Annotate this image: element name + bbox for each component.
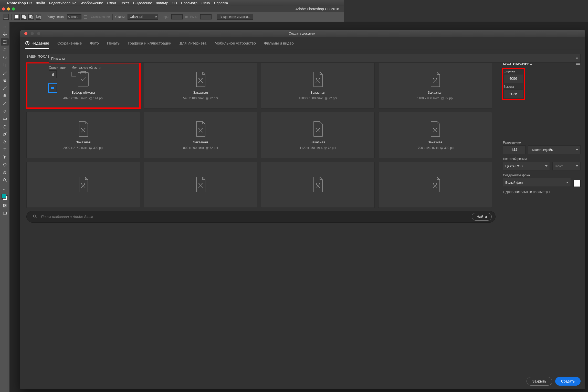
selection-add-icon[interactable] xyxy=(21,14,27,20)
app-titlebar: Adobe Photoshop CC 2018 xyxy=(0,6,344,12)
eraser-tool-icon[interactable] xyxy=(1,107,9,115)
quick-select-tool-icon[interactable] xyxy=(1,54,9,61)
preset-title: Буфер обмена xyxy=(71,91,95,94)
svg-point-20 xyxy=(316,78,317,79)
svg-point-40 xyxy=(34,215,36,217)
feather-input[interactable] xyxy=(67,14,81,19)
preset-subtitle: 1300 x 1000 пикс. @ 72 ppi xyxy=(299,96,337,100)
tab-recent[interactable]: Недавние xyxy=(25,37,49,49)
antialias-label: Сглаживание xyxy=(91,15,110,19)
type-tool-icon[interactable] xyxy=(1,146,9,153)
menu-select[interactable]: Выделение xyxy=(133,1,152,5)
width-input xyxy=(171,14,183,19)
selection-new-icon[interactable] xyxy=(14,14,20,20)
selection-subtract-icon[interactable] xyxy=(28,14,34,20)
move-tool-icon[interactable] xyxy=(1,31,9,38)
svg-point-29 xyxy=(319,128,320,128)
mac-menubar: Photoshop CC Файл Редактирование Изображ… xyxy=(0,0,344,6)
menu-image[interactable]: Изображение xyxy=(80,1,103,5)
tools-panel: ›› ⋯ xyxy=(0,22,10,229)
svg-point-12 xyxy=(3,179,5,181)
menu-file[interactable]: Файл xyxy=(36,1,45,5)
quick-mask-icon[interactable] xyxy=(1,202,9,209)
crop-tool-icon[interactable] xyxy=(1,61,9,69)
preset-title: Заказная xyxy=(310,91,325,94)
tab-film[interactable]: Фильмы и видео xyxy=(264,37,294,49)
preset-card[interactable] xyxy=(144,162,257,208)
tab-saved[interactable]: Сохраненные xyxy=(57,37,82,49)
tab-photo[interactable]: Фото xyxy=(90,37,99,49)
dialog-titlebar[interactable]: Создать документ xyxy=(20,30,344,37)
pen-tool-icon[interactable] xyxy=(1,138,9,145)
svg-rect-2 xyxy=(24,16,26,19)
window-close-button[interactable] xyxy=(2,7,5,10)
clock-icon xyxy=(25,41,29,45)
dialog-minimize-button xyxy=(31,32,34,35)
dialog-zoom-button xyxy=(37,32,40,35)
tab-web[interactable]: Для Интернета xyxy=(180,37,206,49)
marquee-tool-icon[interactable] xyxy=(1,38,9,46)
brush-tool-icon[interactable] xyxy=(1,84,9,92)
preset-card[interactable]: Заказная 2920 x 2159 пикс. @ 300 ppi xyxy=(26,112,140,158)
preset-card[interactable] xyxy=(261,162,344,208)
preset-subtitle: 800 x 260 пикс. @ 72 ppi xyxy=(183,146,218,150)
hand-tool-icon[interactable] xyxy=(1,169,9,176)
menu-view[interactable]: Просмотр xyxy=(181,1,197,5)
window-minimize-button[interactable] xyxy=(7,7,10,10)
dodge-tool-icon[interactable] xyxy=(1,130,9,138)
preset-card[interactable]: Заказная 800 x 260 пикс. @ 72 ppi xyxy=(144,112,257,158)
marquee-tool-icon[interactable] xyxy=(3,14,9,20)
menu-edit[interactable]: Редактирование xyxy=(49,1,77,5)
tab-print[interactable]: Печать xyxy=(107,37,120,49)
shape-tool-icon[interactable] xyxy=(1,161,9,168)
search-input[interactable] xyxy=(41,215,344,219)
healing-tool-icon[interactable] xyxy=(1,77,9,84)
feather-label: Растушевка: xyxy=(47,15,65,19)
preset-title: Заказная xyxy=(310,140,325,144)
dialog-close-button[interactable] xyxy=(24,32,27,35)
expand-icon[interactable]: ›› xyxy=(1,23,9,30)
svg-point-18 xyxy=(199,78,199,79)
edit-toolbar-icon[interactable]: ⋯ xyxy=(1,186,9,193)
path-select-tool-icon[interactable] xyxy=(1,154,9,161)
lasso-tool-icon[interactable] xyxy=(1,46,9,53)
screen-mode-icon[interactable] xyxy=(1,210,9,217)
svg-point-14 xyxy=(4,205,5,206)
app-menu[interactable]: Photoshop CC xyxy=(7,1,32,5)
select-and-mask-button[interactable]: Выделение и маска... xyxy=(217,14,253,20)
color-swatch[interactable] xyxy=(1,193,9,202)
gradient-tool-icon[interactable] xyxy=(1,115,9,122)
tab-art[interactable]: Графика и иллюстрации xyxy=(128,37,171,49)
svg-point-35 xyxy=(202,183,202,184)
menu-help[interactable]: Справка xyxy=(214,1,228,5)
svg-rect-10 xyxy=(3,118,6,119)
width-label: Шир.: xyxy=(161,15,169,19)
search-row: Найти xyxy=(26,211,344,223)
preset-title: Заказная xyxy=(76,140,91,144)
selection-intersect-icon[interactable] xyxy=(36,14,41,20)
antialias-checkbox[interactable] xyxy=(84,15,87,19)
menu-layers[interactable]: Слои xyxy=(107,1,116,5)
blur-tool-icon[interactable] xyxy=(1,123,9,130)
search-icon xyxy=(33,214,37,220)
window-zoom-button[interactable] xyxy=(12,7,15,10)
menu-3d[interactable]: 3D xyxy=(172,1,177,5)
preset-card[interactable]: Заказная 1120 x 250 пикс. @ 72 ppi xyxy=(261,112,344,158)
preset-card[interactable] xyxy=(26,162,140,208)
stamp-tool-icon[interactable] xyxy=(1,92,9,99)
style-select[interactable]: Обычный xyxy=(128,14,158,20)
tab-mobile[interactable]: Мобильное устройство xyxy=(215,37,256,49)
zoom-tool-icon[interactable] xyxy=(1,177,9,184)
window-title: Adobe Photoshop CC 2018 xyxy=(0,7,344,11)
svg-point-28 xyxy=(316,128,317,128)
menu-filter[interactable]: Фильтр xyxy=(156,1,168,5)
svg-rect-0 xyxy=(4,15,8,19)
document-icon xyxy=(311,121,325,138)
history-brush-tool-icon[interactable] xyxy=(1,100,9,107)
svg-point-37 xyxy=(319,183,320,184)
menu-window[interactable]: Окно xyxy=(202,1,210,5)
menu-type[interactable]: Текст xyxy=(120,1,129,5)
options-bar: Растушевка: Сглаживание Стиль: Обычный Ш… xyxy=(0,12,344,22)
eyedropper-tool-icon[interactable] xyxy=(1,69,9,76)
svg-rect-7 xyxy=(3,40,6,44)
